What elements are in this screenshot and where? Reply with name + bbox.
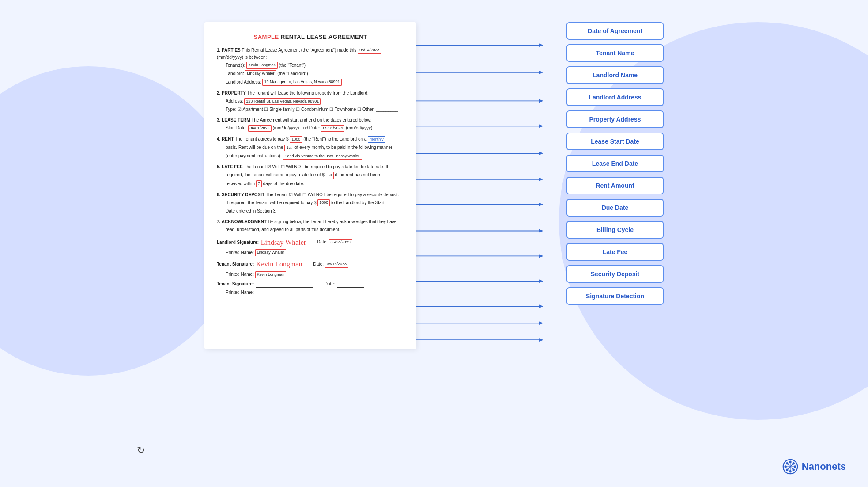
section-property: 2. PROPERTY The Tenant will lease the fo… bbox=[217, 90, 404, 113]
connector-lines bbox=[416, 22, 566, 349]
section1-text: This Rental Lease Agreement (the "Agreem… bbox=[242, 48, 358, 53]
rent-amount-value: 1800 bbox=[290, 136, 302, 143]
section2-title: 2. PROPERTY bbox=[217, 91, 246, 95]
doc-title: SAMPLE RENTAL LEASE AGREEMENT bbox=[217, 33, 404, 42]
label-security-deposit[interactable]: Security Deposit bbox=[566, 265, 664, 283]
tenant2-printed bbox=[256, 289, 309, 296]
svg-marker-13 bbox=[539, 203, 543, 206]
svg-marker-5 bbox=[539, 99, 543, 103]
label-lease-end-date[interactable]: Lease End Date bbox=[566, 155, 664, 172]
section4-title: 4. RENT bbox=[217, 137, 234, 141]
refresh-icon[interactable]: ↻ bbox=[137, 445, 145, 456]
nanonets-logo-icon bbox=[782, 459, 798, 475]
section7-title: 7. ACKNOWLEDGMENT bbox=[217, 219, 267, 224]
label-signature-detection[interactable]: Signature Detection bbox=[566, 287, 664, 305]
svg-marker-15 bbox=[539, 229, 543, 233]
section-acknowledgment: 7. ACKNOWLEDGMENT By signing below, the … bbox=[217, 218, 404, 233]
svg-marker-9 bbox=[539, 152, 543, 155]
nanonets-logo-text: Nanonets bbox=[802, 461, 846, 472]
tenant-name-value: Kevin Longman bbox=[246, 62, 278, 69]
due-date-value: 1st bbox=[284, 145, 293, 152]
section-parties: 1. PARTIES This Rental Lease Agreement (… bbox=[217, 47, 404, 86]
label-lease-start-date[interactable]: Lease Start Date bbox=[566, 133, 664, 150]
svg-marker-19 bbox=[539, 280, 543, 283]
label-tenant-name[interactable]: Tenant Name bbox=[566, 44, 664, 62]
section3-title: 3. LEASE TERM bbox=[217, 118, 250, 122]
label-property-address[interactable]: Property Address bbox=[566, 110, 664, 128]
section1-title: 1. PARTIES bbox=[217, 48, 241, 53]
svg-marker-1 bbox=[539, 43, 543, 47]
label-date-of-agreement[interactable]: Date of Agreement bbox=[566, 22, 664, 40]
property-address-value: 123 Rental St, Las Vegas, Nevada 88901 bbox=[244, 98, 321, 105]
label-rent-amount[interactable]: Rent Amount bbox=[566, 177, 664, 194]
section-security-deposit: 6. SECURITY DEPOSIT The Tenant ☑ Will ☐ … bbox=[217, 191, 404, 214]
title-sample: SAMPLE bbox=[254, 34, 279, 40]
landlord-name-value: Lindsay Whaler bbox=[245, 70, 276, 77]
document-panel: SAMPLE RENTAL LEASE AGREEMENT 1. PARTIES… bbox=[204, 22, 416, 349]
billing-cycle-value: monthly bbox=[368, 136, 385, 143]
landlord-signature: Lindsay Whaler bbox=[261, 237, 306, 248]
landlord-address-value: 19 Manager Ln, Las Vegas, Nevada 88901 bbox=[262, 79, 341, 86]
svg-marker-3 bbox=[539, 71, 543, 74]
tenant2-sig-date bbox=[337, 281, 364, 288]
late-fee-value: 50 bbox=[326, 172, 334, 179]
tenant1-printed: Kevin Longman bbox=[255, 271, 287, 278]
section-rent: 4. RENT The Tenant agrees to pay $ 1800 … bbox=[217, 136, 404, 160]
main-container: SAMPLE RENTAL LEASE AGREEMENT 1. PARTIES… bbox=[0, 0, 868, 487]
svg-marker-21 bbox=[539, 304, 543, 308]
label-late-fee[interactable]: Late Fee bbox=[566, 243, 664, 261]
landlord-sig-date: 05/14/2023 bbox=[329, 239, 352, 246]
late-fee-days: 7 bbox=[256, 180, 262, 187]
section-lease-term: 3. LEASE TERM The Agreement will start a… bbox=[217, 117, 404, 132]
signatures-section: Landlord Signature: Lindsay Whaler Date:… bbox=[217, 237, 404, 296]
labels-panel: Date of Agreement Tenant Name Landlord N… bbox=[566, 22, 664, 305]
tenant2-signature bbox=[256, 281, 313, 288]
date-of-agreement-value: 05/14/2023 bbox=[358, 47, 381, 54]
lease-end-date-value: 05/31/2024 bbox=[321, 125, 344, 132]
svg-marker-23 bbox=[539, 321, 543, 325]
title-rest: RENTAL LEASE AGREEMENT bbox=[279, 34, 367, 40]
svg-marker-25 bbox=[539, 338, 543, 342]
payment-instructions-value: Send via Venmo to the user lindsay.whale… bbox=[283, 153, 362, 160]
security-deposit-value: 1800 bbox=[317, 199, 330, 206]
tenant1-sig-date: 05/16/2023 bbox=[325, 261, 348, 268]
section-late-fee: 5. LATE FEE The Tenant ☑ Will ☐ Will NOT… bbox=[217, 164, 404, 187]
svg-marker-7 bbox=[539, 124, 543, 128]
svg-marker-17 bbox=[539, 255, 543, 258]
lease-start-date-value: 06/01/2023 bbox=[248, 125, 272, 132]
landlord-printed: Lindsay Whaler bbox=[255, 249, 286, 256]
label-landlord-name[interactable]: Landlord Name bbox=[566, 66, 664, 84]
section5-title: 5. LATE FEE bbox=[217, 164, 243, 169]
label-landlord-address[interactable]: Landlord Address bbox=[566, 88, 664, 106]
connectors-area bbox=[416, 22, 566, 349]
nanonets-logo: Nanonets bbox=[782, 459, 846, 475]
label-due-date[interactable]: Due Date bbox=[566, 199, 664, 217]
section6-title: 6. SECURITY DEPOSIT bbox=[217, 192, 264, 197]
svg-marker-11 bbox=[539, 178, 543, 181]
tenant1-signature: Kevin Longman bbox=[256, 259, 302, 270]
label-billing-cycle[interactable]: Billing Cycle bbox=[566, 221, 664, 239]
